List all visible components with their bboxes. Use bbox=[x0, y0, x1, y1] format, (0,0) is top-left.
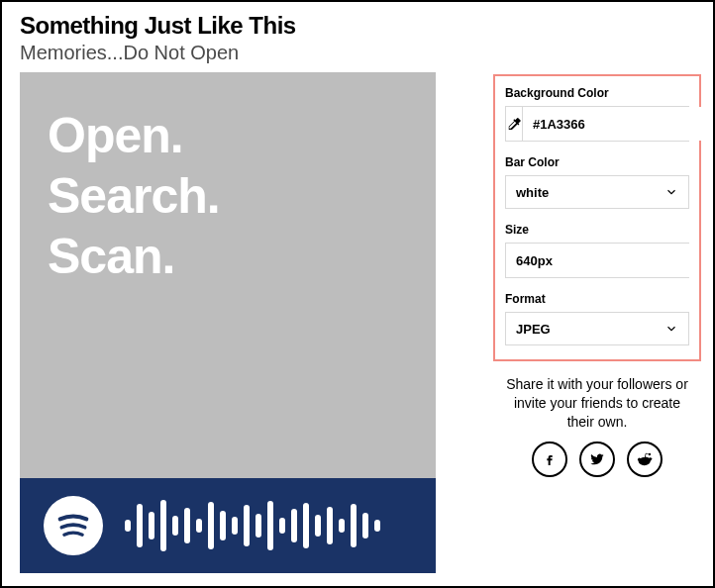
eyedropper-button[interactable] bbox=[506, 107, 523, 141]
album-title: Memories...Do Not Open bbox=[20, 42, 695, 64]
format-label: Format bbox=[505, 292, 689, 306]
barcolor-value: white bbox=[516, 185, 549, 200]
bgcolor-label: Background Color bbox=[505, 86, 689, 100]
share-twitter-button[interactable] bbox=[579, 441, 615, 477]
preview-line: Search. bbox=[48, 166, 408, 227]
facebook-icon bbox=[542, 451, 558, 467]
share-facebook-button[interactable] bbox=[532, 441, 567, 477]
twitter-icon bbox=[589, 451, 605, 467]
eyedropper-icon bbox=[506, 116, 522, 132]
preview-cover: Open. Search. Scan. bbox=[20, 72, 436, 478]
size-input[interactable] bbox=[506, 244, 692, 277]
bgcolor-input[interactable] bbox=[523, 107, 709, 141]
share-text: Share it with your followers or invite y… bbox=[493, 375, 701, 432]
format-value: JPEG bbox=[516, 322, 551, 337]
options-panel: Background Color Bar Color white bbox=[493, 74, 701, 361]
track-title: Something Just Like This bbox=[20, 12, 695, 40]
format-select[interactable]: JPEG bbox=[505, 312, 689, 345]
barcolor-select[interactable]: white bbox=[505, 175, 689, 209]
chevron-down-icon bbox=[664, 185, 678, 199]
barcolor-label: Bar Color bbox=[505, 155, 689, 169]
share-reddit-button[interactable] bbox=[627, 441, 663, 477]
spotify-icon bbox=[44, 496, 103, 555]
preview-line: Open. bbox=[48, 106, 408, 166]
code-preview: Open. Search. Scan. bbox=[20, 72, 436, 573]
spotify-code-bars bbox=[125, 496, 380, 555]
spotify-code-strip bbox=[20, 478, 436, 573]
chevron-down-icon bbox=[664, 322, 678, 336]
size-label: Size bbox=[505, 223, 689, 237]
preview-line: Scan. bbox=[48, 227, 408, 287]
reddit-icon bbox=[636, 450, 654, 468]
